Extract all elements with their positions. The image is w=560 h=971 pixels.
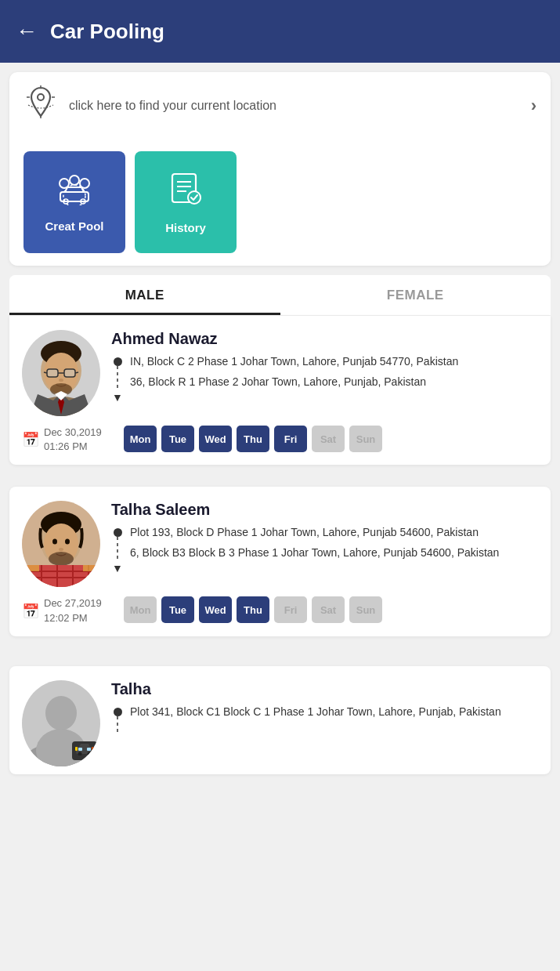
svg-point-29 [65,539,70,545]
svg-line-21 [75,372,78,373]
day-thu: Thu [237,426,269,452]
date-block: 📅 Dec 30,201901:26 PM [22,426,116,454]
route-dots: ▼ [111,525,124,574]
history-icon [168,171,204,215]
location-text: click here to find your current location [69,99,276,113]
svg-rect-39 [27,565,39,571]
person-card: Talha Plot 341, Block C1 Block C 1 Phase… [9,666,551,774]
card-bottom: 📅 Dec 30,201901:26 PM Mon Tue Wed Thu Fr… [22,426,538,454]
card-info: Talha Plot 341, Block C1 Block C 1 Phase… [111,680,538,766]
svg-point-12 [188,191,201,204]
route-to: 6, Block B3 Block B 3 Phase 1 Johar Town… [130,545,538,561]
days-row: Mon Tue Wed Thu Fri Sat Sun [124,596,538,623]
svg-point-22 [59,379,63,382]
date-block: 📅 Dec 27,201912:02 PM [22,596,116,625]
person-name: Ahmed Nawaz [111,330,538,348]
date-text: Dec 30,201901:26 PM [44,426,102,454]
svg-rect-48 [87,748,91,751]
svg-rect-47 [78,748,82,751]
tab-female[interactable]: FEMALE [280,275,551,315]
svg-point-31 [49,552,74,566]
date-text: Dec 27,201912:02 PM [44,596,102,625]
route-texts: IN, Block C 2 Phase 1 Johar Town, Lahore… [130,354,538,404]
day-sat: Sat [312,426,345,452]
person-name: Talha [111,680,538,698]
person-card: Ahmed Nawaz ▼ IN, Block C 2 Phase 1 Joha… [9,316,551,465]
svg-point-30 [59,548,63,551]
location-icon [23,85,58,126]
day-sun: Sun [349,426,382,452]
svg-point-42 [45,696,77,730]
chevron-right-icon: › [531,96,537,116]
route-from: Plot 341, Block C1 Block C 1 Phase 1 Joh… [130,705,538,720]
day-fri: Fri [274,596,307,623]
route-texts: Plot 341, Block C1 Block C 1 Phase 1 Joh… [130,705,538,732]
calendar-icon: 📅 [22,603,39,620]
svg-point-28 [52,539,57,545]
svg-point-0 [38,94,44,100]
day-mon: Mon [124,596,157,623]
card-bottom: 📅 Dec 27,201912:02 PM Mon Tue Wed Thu Fr… [22,596,538,625]
route-texts: Plot 193, Block D Phase 1 Johar Town, La… [130,525,538,574]
creat-pool-label: Creat Pool [45,219,103,233]
back-button[interactable]: ← [16,19,38,44]
day-wed: Wed [199,596,232,623]
svg-rect-17 [47,369,58,377]
history-button[interactable]: History [135,151,237,253]
day-thu: Thu [237,596,269,623]
svg-line-20 [44,372,47,373]
history-label: History [165,221,206,234]
day-sun: Sun [349,596,382,623]
person-card: Talha Saleem ▼ Plot 193, Block D Phase 1… [9,487,551,636]
svg-rect-40 [83,565,96,571]
location-bar[interactable]: click here to find your current location… [9,72,551,266]
svg-rect-50 [92,747,94,751]
svg-rect-49 [75,747,78,751]
day-sat: Sat [312,596,345,623]
page-title: Car Pooling [50,20,164,44]
calendar-icon: 📅 [22,431,39,448]
app-header: ← Car Pooling [0,0,560,63]
route-to: 36, Block R 1 Phase 2 Johar Town, Lahore… [130,375,538,390]
svg-rect-18 [64,369,75,377]
day-mon: Mon [124,426,157,452]
creat-pool-icon [54,172,95,213]
tab-male[interactable]: MALE [9,275,280,315]
day-wed: Wed [199,426,232,452]
card-info: Talha Saleem ▼ Plot 193, Block D Phase 1… [111,501,538,587]
creat-pool-button[interactable]: Creat Pool [23,151,125,253]
day-tue: Tue [161,426,194,452]
card-info: Ahmed Nawaz ▼ IN, Block C 2 Phase 1 Joha… [111,330,538,416]
svg-point-3 [70,176,79,185]
days-row: Mon Tue Wed Thu Fri Sat Sun [124,426,538,452]
route-from: Plot 193, Block D Phase 1 Johar Town, La… [130,525,538,541]
person-name: Talha Saleem [111,501,538,519]
route-from: IN, Block C 2 Phase 1 Johar Town, Lahore… [130,354,538,370]
route-dots [111,705,124,732]
day-tue: Tue [161,596,194,623]
route-dots: ▼ [111,354,124,404]
day-fri: Fri [274,426,307,452]
